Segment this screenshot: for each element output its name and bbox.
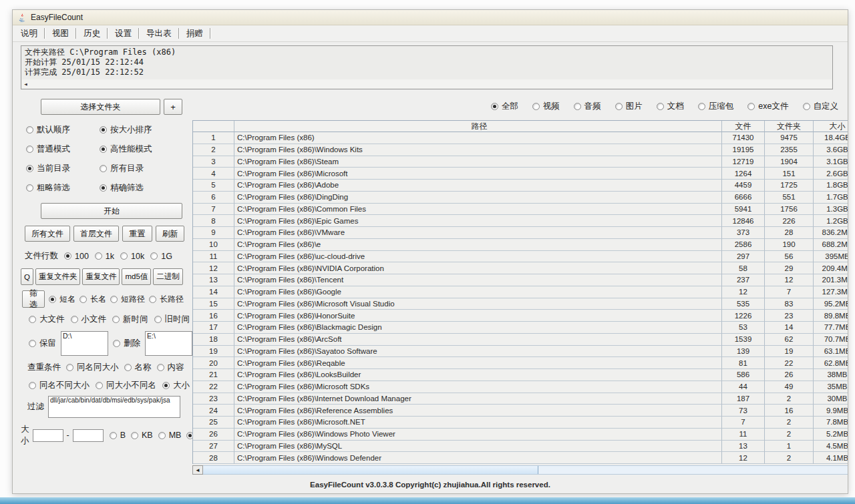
q-button[interactable]: Q [21, 268, 33, 285]
radio-size[interactable]: 大小 [162, 380, 190, 391]
radio-unit-b[interactable]: B [110, 431, 126, 440]
table-row[interactable]: 20C:\Program Files (x86)\Reqable812262.8… [193, 357, 848, 369]
exclude-filter-input[interactable]: dll/jar/cab/bin/dat/db/msi/edb/sys/pak/j… [48, 396, 180, 418]
radio-normal-mode[interactable]: 普通模式 [26, 144, 100, 155]
select-folder-button[interactable]: 选择文件夹 [41, 99, 160, 115]
radio-audio[interactable]: 音频 [574, 101, 601, 112]
radio-video[interactable]: 视频 [532, 101, 560, 112]
table-row[interactable]: 13C:\Program Files (x86)\Tencent23712201… [193, 274, 848, 286]
radio-same-size-diff-name[interactable]: 同大小不同名 [96, 380, 156, 391]
radio-unit-mb[interactable]: MB [158, 431, 182, 440]
table-row[interactable]: 27C:\Program Files (x86)\MySQL1314.5MB [193, 441, 848, 453]
radio-custom[interactable]: 自定义 [803, 101, 839, 112]
table-row[interactable]: 16C:\Program Files (x86)\HonorSuite12262… [193, 310, 848, 322]
menu-item-help[interactable]: 说明 [15, 26, 43, 41]
all-files-button[interactable]: 所有文件 [25, 226, 70, 242]
radio-short-path[interactable]: 短路径 [110, 294, 145, 305]
radio-current-directory[interactable]: 当前目录 [26, 163, 100, 174]
top-level-files-button[interactable]: 首层文件 [73, 226, 119, 242]
table-row[interactable]: 7C:\Program Files (x86)\Common Files5941… [193, 204, 848, 216]
table-row[interactable]: 8C:\Program Files (x86)\Epic Games128462… [193, 215, 848, 227]
binary-button[interactable]: 二进制 [153, 268, 183, 285]
table-row[interactable]: 4C:\Program Files (x86)\Microsoft1264151… [193, 168, 848, 180]
table-row[interactable]: 17C:\Program Files (x86)\Blackmagic Desi… [193, 322, 848, 334]
radio-all-directories[interactable]: 所有目录 [100, 163, 180, 174]
add-folder-button[interactable]: + [164, 99, 182, 115]
table-row[interactable]: 10C:\Program Files (x86)\e2586190688.2MB [193, 239, 848, 251]
radio-big-file[interactable]: 大文件 [29, 314, 65, 325]
table-row[interactable]: 9C:\Program Files (x86)\VMware37328836.2… [193, 227, 848, 239]
scroll-left-arrow-icon[interactable]: ◄ [192, 465, 203, 475]
table-row[interactable]: 24C:\Program Files (x86)\Reference Assem… [193, 405, 848, 417]
table-row[interactable]: 15C:\Program Files (x86)\Microsoft Visua… [193, 298, 848, 310]
duplicate-folders-button[interactable]: 重复文件夹 [35, 268, 81, 285]
table-row[interactable]: 25C:\Program Files (x86)\Microsoft.NET72… [193, 417, 848, 429]
radio-small-file[interactable]: 小文件 [71, 314, 107, 325]
radio-all[interactable]: 全部 [491, 101, 518, 112]
filter-button[interactable]: 筛选 [22, 290, 45, 308]
radio-keep[interactable]: 保留 [29, 338, 56, 349]
radio-archive[interactable]: 压缩包 [698, 101, 734, 112]
size-to-input[interactable] [73, 429, 104, 442]
md5-button[interactable]: md5值 [122, 268, 151, 285]
radio-rows-1k[interactable]: 1k [95, 252, 114, 261]
radio-same-name-same-size[interactable]: 同名同大小 [66, 362, 119, 373]
radio-image[interactable]: 图片 [615, 101, 643, 112]
radio-content[interactable]: 内容 [157, 362, 184, 373]
header-index[interactable] [193, 121, 234, 132]
size-from-input[interactable] [33, 429, 63, 442]
radio-long-path[interactable]: 长路径 [149, 294, 184, 305]
table-row[interactable]: 19C:\Program Files (x86)\Sayatoo Softwar… [193, 346, 848, 358]
table-row[interactable]: 12C:\Program Files (x86)\NVIDIA Corporat… [193, 262, 848, 274]
delete-path-input[interactable]: E:\ [145, 331, 192, 356]
radio-document[interactable]: 文档 [657, 101, 684, 112]
keep-path-input[interactable]: D:\ [61, 331, 108, 356]
radio-short-name[interactable]: 短名 [49, 294, 75, 305]
menu-item-history[interactable]: 历史 [77, 26, 106, 41]
table-row[interactable]: 23C:\Program Files (x86)\Internet Downlo… [193, 393, 848, 405]
table-row[interactable]: 2C:\Program Files (x86)\Windows Kits1919… [193, 144, 848, 156]
header-path[interactable]: 路径 [234, 121, 722, 132]
start-button[interactable]: 开始 [41, 203, 182, 219]
radio-old-time[interactable]: 旧时间 [154, 314, 190, 325]
menu-item-export[interactable]: 导出表 [140, 26, 178, 41]
table-row[interactable]: 22C:\Program Files (x86)\Microsoft SDKs4… [193, 381, 848, 393]
header-size[interactable]: 大小 [814, 121, 848, 132]
radio-sort-by-size[interactable]: 按大小排序 [100, 124, 180, 136]
table-row[interactable]: 3C:\Program Files (x86)\Steam1271919043.… [193, 156, 848, 168]
refresh-button[interactable]: 刷新 [156, 226, 184, 242]
menu-item-settings[interactable]: 设置 [109, 26, 138, 41]
radio-delete[interactable]: 删除 [113, 338, 140, 349]
log-horizontal-scrollbar[interactable]: ◄ [22, 79, 832, 88]
menu-item-view[interactable]: 视图 [46, 26, 75, 41]
table-row[interactable]: 6C:\Program Files (x86)\DingDing66665511… [193, 192, 848, 204]
header-files[interactable]: 文件 [722, 121, 765, 132]
log-output[interactable]: 文件夹路径 C:\Program Files (x86) 开始计算 25/01/… [21, 45, 833, 89]
table-row[interactable]: 18C:\Program Files (x86)\ArcSoft15396270… [193, 334, 848, 346]
table-row[interactable]: 1C:\Program Files (x86)71430947518.4GB [193, 132, 848, 144]
radio-long-name[interactable]: 长名 [79, 294, 106, 305]
radio-unit-kb[interactable]: KB [131, 431, 153, 440]
radio-default-order[interactable]: 默认顺序 [26, 124, 100, 136]
table-row[interactable]: 21C:\Program Files (x86)\LooksBuilder586… [193, 369, 848, 381]
radio-rows-1g[interactable]: 1G [150, 252, 172, 261]
scroll-left-arrow-icon[interactable]: ◄ [24, 78, 27, 90]
header-folders[interactable]: 文件夹 [765, 121, 814, 132]
radio-rows-100[interactable]: 100 [64, 252, 89, 261]
reset-button[interactable]: 重置 [122, 226, 152, 242]
radio-new-time[interactable]: 新时间 [112, 314, 148, 325]
table-horizontal-scrollbar[interactable]: ◄ [192, 465, 848, 475]
table-row[interactable]: 28C:\Program Files (x86)\Windows Defende… [193, 452, 848, 464]
radio-rows-10k[interactable]: 10k [120, 252, 144, 261]
table-row[interactable]: 14C:\Program Files (x86)\Google127127.3M… [193, 286, 848, 298]
radio-same-name-diff-size[interactable]: 同名不同大小 [29, 380, 90, 391]
scrollbar-thumb[interactable] [203, 466, 538, 474]
radio-exe-file[interactable]: exe文件 [747, 101, 788, 112]
radio-high-performance-mode[interactable]: 高性能模式 [100, 144, 180, 155]
duplicate-files-button[interactable]: 重复文件 [82, 268, 120, 285]
menu-item-donate[interactable]: 捐赠 [180, 26, 209, 41]
table-row[interactable]: 11C:\Program Files (x86)\uc-cloud-drive2… [193, 251, 848, 263]
table-row[interactable]: 26C:\Program Files (x86)\Windows Photo V… [193, 429, 848, 441]
table-row[interactable]: 5C:\Program Files (x86)\Adobe445917251.8… [193, 180, 848, 192]
radio-precise-filter[interactable]: 精确筛选 [100, 182, 180, 194]
